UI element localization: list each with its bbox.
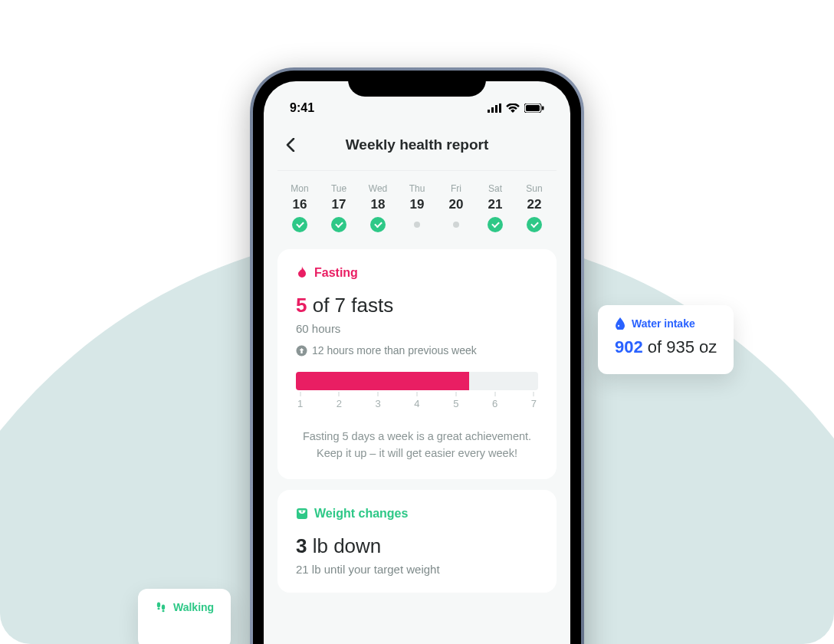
phone-frame: 9:41 Weekly health report [250,67,584,644]
water-rest: of 935 oz [643,337,717,356]
day-number: 19 [410,197,425,212]
fasting-hours: 60 hours [296,322,538,335]
day-label: Wed [369,183,387,194]
stage: 9:41 Weekly health report [0,0,834,644]
svg-rect-0 [488,110,490,113]
droplet-icon [615,317,626,330]
day-column[interactable]: Wed18 [363,183,392,232]
weight-count: 3 [296,534,307,557]
screen-header: Weekly health report [277,121,557,171]
svg-rect-5 [526,105,540,111]
day-number: 21 [488,197,503,212]
motivation-line-1: Fasting 5 days a week is a great achieve… [296,428,538,445]
check-icon [292,217,307,232]
phone-screen: 9:41 Weekly health report [264,81,570,644]
svg-rect-1 [491,107,494,113]
status-bar: 9:41 [277,95,557,121]
svg-rect-3 [499,104,501,113]
weight-headline: 3 lb down [296,534,538,558]
day-column[interactable]: Thu19 [402,183,432,232]
day-number: 18 [371,197,386,212]
svg-point-12 [157,608,159,610]
week-days: Mon16Tue17Wed18Thu19Fri20Sat21Sun22 [277,171,557,249]
footsteps-icon [155,601,167,613]
day-label: Tue [331,183,346,194]
wifi-icon [506,104,520,113]
svg-point-11 [157,603,160,608]
scale-tick: 2 [337,398,342,409]
dot-icon [453,222,459,228]
water-card-title: Water intake [615,317,717,330]
water-count: 902 [615,337,643,356]
day-column[interactable]: Tue17 [324,183,353,232]
water-intake-card[interactable]: Water intake 902 of 935 oz [598,305,734,374]
svg-point-10 [618,325,619,327]
weight-sub: 21 lb until your target weight [296,563,538,576]
day-number: 20 [449,197,464,212]
check-icon [527,217,542,232]
fasting-delta: 12 hours more than previous week [296,344,538,356]
day-label: Mon [291,183,308,194]
status-icons [488,104,544,113]
day-column[interactable]: Mon16 [285,183,314,232]
day-column[interactable]: Sat21 [481,183,510,232]
fasting-delta-text: 12 hours more than previous week [312,344,477,356]
scale-tick: 3 [376,398,381,409]
water-headline: 902 of 935 oz [615,337,717,357]
walking-title-label: Walking [173,601,214,613]
progress-fill [296,372,469,390]
scale-icon [296,508,308,520]
fasting-card-title: Fasting [296,266,538,280]
day-column[interactable]: Sun22 [520,183,549,232]
scale-tick: 7 [531,398,537,409]
svg-rect-2 [495,105,497,113]
check-icon [488,217,503,232]
scale-tick: 4 [414,398,419,409]
day-number: 16 [293,197,307,212]
fasting-headline: 5 of 7 fasts [296,294,538,317]
scale-tick: 6 [492,398,497,409]
phone-bezel: 9:41 Weekly health report [253,71,581,644]
svg-rect-6 [542,107,544,110]
arrow-up-circle-icon [296,345,307,356]
day-label: Sat [488,183,502,194]
weight-rest: lb down [307,534,381,557]
fasting-progress: 1234567 [296,372,538,409]
walking-card[interactable]: Walking [138,589,231,644]
fasting-count: 5 [296,294,307,317]
scale-tick: 1 [297,398,303,409]
motivation-line-2: Keep it up – it will get easier every we… [296,445,538,462]
weight-title-label: Weight changes [314,507,408,521]
check-icon [331,217,346,232]
day-number: 22 [527,197,542,212]
progress-scale: 1234567 [296,398,538,409]
check-icon [370,217,386,232]
phone-notch [348,71,486,97]
fasting-title-label: Fasting [314,266,358,280]
svg-point-14 [162,610,164,612]
day-label: Sun [526,183,542,194]
fasting-motivation: Fasting 5 days a week is a great achieve… [296,428,538,462]
day-number: 17 [332,197,346,212]
day-label: Thu [409,183,425,194]
flame-icon [296,266,308,280]
fasting-rest: of 7 fasts [307,294,393,317]
svg-rect-9 [301,510,302,512]
weight-card-title: Weight changes [296,507,538,521]
progress-track [296,372,538,390]
day-column[interactable]: Fri20 [442,183,471,232]
scale-tick: 5 [453,398,458,409]
walking-card-title: Walking [155,601,214,613]
day-label: Fri [451,183,461,194]
water-title-label: Water intake [632,317,695,330]
svg-point-13 [162,605,165,610]
weight-card[interactable]: Weight changes 3 lb down 21 lb until you… [277,490,557,593]
status-time: 9:41 [290,101,314,115]
battery-icon [524,104,544,113]
fasting-card[interactable]: Fasting 5 of 7 fasts 60 hours 12 hours m… [277,249,557,479]
cellular-icon [488,104,501,113]
page-title: Weekly health report [281,136,553,153]
dot-icon [414,222,420,228]
